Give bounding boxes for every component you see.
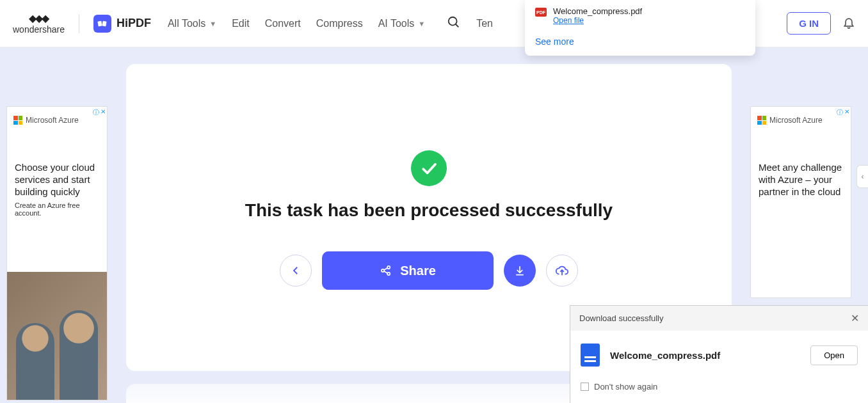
pdf-file-icon: PDF	[535, 8, 547, 17]
dont-show-label: Don't show again	[594, 382, 657, 391]
nav-convert[interactable]: Convert	[265, 18, 301, 29]
nav-templates[interactable]: Ten	[476, 18, 493, 29]
nav-compress[interactable]: Compress	[316, 18, 363, 29]
browser-download-dropdown: PDF Welcome_compress.pdf Open file See m…	[525, 0, 755, 56]
panel-footer: Don't show again	[570, 379, 868, 403]
close-icon[interactable]: ✕	[851, 312, 859, 324]
side-collapse-tab[interactable]: ‹	[856, 165, 868, 188]
download-success-panel: Download successfully ✕ Welcome_compress…	[570, 305, 868, 403]
share-button[interactable]: Share	[322, 251, 494, 290]
svg-rect-0	[97, 20, 102, 26]
search-icon[interactable]	[447, 15, 461, 32]
dont-show-checkbox[interactable]	[581, 383, 589, 391]
ad-logo: Microsoft Azure	[7, 107, 107, 130]
action-row: Share	[280, 251, 578, 290]
ad-subtext: Create an Azure free account.	[7, 201, 107, 217]
download-button[interactable]	[504, 255, 536, 287]
panel-header: Download successfully ✕	[570, 306, 868, 331]
brand-group: ◆◆◆ wondershare HiPDF	[13, 12, 151, 35]
panel-title: Download successfully	[579, 313, 664, 323]
download-entry[interactable]: PDF Welcome_compress.pdf Open file	[535, 6, 745, 25]
ad-image	[7, 272, 107, 400]
chevron-down-icon: ▼	[418, 20, 425, 28]
microsoft-logo-icon	[757, 116, 766, 125]
back-button[interactable]	[280, 255, 312, 287]
svg-point-2	[449, 17, 457, 25]
header-right: G IN	[787, 12, 855, 35]
ad-brand-label: Microsoft Azure	[26, 116, 79, 125]
ad-right[interactable]: ⓘ✕ Microsoft Azure Meet any challenge wi…	[750, 106, 851, 298]
bell-icon[interactable]	[842, 15, 855, 32]
panel-filename: Welcome_compress.pdf	[610, 350, 800, 361]
nav-ai-tools-label: AI Tools	[378, 18, 415, 29]
ad-brand-label: Microsoft Azure	[769, 116, 823, 125]
open-file-link[interactable]: Open file	[553, 16, 642, 25]
svg-rect-1	[102, 20, 106, 26]
ad-left[interactable]: ⓘ✕ Microsoft Azure Choose your cloud ser…	[6, 106, 108, 400]
nav-ai-tools[interactable]: AI Tools ▼	[378, 18, 426, 29]
svg-line-7	[384, 268, 388, 270]
wondershare-brand[interactable]: ◆◆◆ wondershare	[13, 12, 65, 35]
hipdf-logo-icon	[93, 15, 111, 33]
cloud-upload-button[interactable]	[546, 255, 578, 287]
document-file-icon	[581, 344, 600, 367]
ad-headline: Choose your cloud services and start bui…	[7, 130, 107, 201]
share-label: Share	[400, 264, 436, 278]
svg-line-3	[456, 24, 459, 27]
success-message: This task has been processed successfull…	[245, 200, 613, 221]
wondershare-label: wondershare	[13, 24, 65, 35]
success-check-icon	[411, 150, 447, 186]
adchoices-icon[interactable]: ⓘ✕	[93, 108, 106, 117]
chevron-down-icon: ▼	[209, 20, 216, 28]
ad-logo: Microsoft Azure	[751, 107, 851, 130]
main-nav: All Tools ▼ Edit Convert Compress AI Too…	[168, 15, 493, 32]
see-more-link[interactable]: See more	[535, 36, 745, 47]
microsoft-logo-icon	[13, 116, 22, 125]
brand-divider	[79, 14, 79, 33]
sign-in-button[interactable]: G IN	[787, 12, 831, 35]
hipdf-brand[interactable]: HiPDF	[93, 15, 151, 33]
panel-body: Welcome_compress.pdf Open	[570, 331, 868, 379]
download-info: Welcome_compress.pdf Open file	[553, 6, 642, 25]
nav-edit[interactable]: Edit	[232, 18, 250, 29]
download-filename: Welcome_compress.pdf	[553, 6, 642, 16]
wondershare-logo-icon: ◆◆◆	[29, 12, 48, 24]
open-button[interactable]: Open	[810, 345, 858, 365]
ad-headline: Meet any challenge with Azure – your par…	[751, 130, 851, 201]
adchoices-icon[interactable]: ⓘ✕	[837, 108, 849, 117]
svg-line-8	[384, 271, 388, 273]
hipdf-label: HiPDF	[117, 17, 151, 30]
nav-all-tools-label: All Tools	[168, 18, 205, 29]
nav-all-tools[interactable]: All Tools ▼	[168, 18, 216, 29]
